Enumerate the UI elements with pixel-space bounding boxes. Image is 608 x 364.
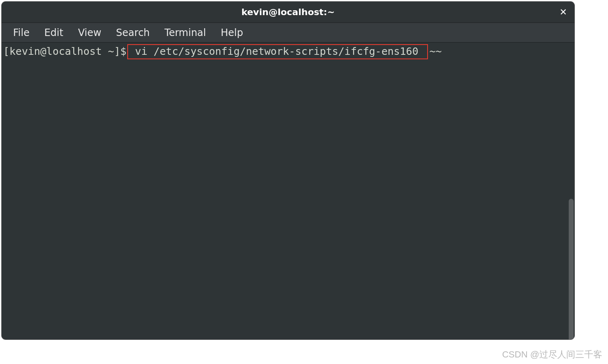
- trailing-tildes: ~~: [430, 45, 442, 58]
- menu-view[interactable]: View: [71, 25, 109, 41]
- terminal-window: kevin@localhost:~ ✕ File Edit View Searc…: [2, 2, 574, 339]
- menu-help[interactable]: Help: [214, 25, 251, 41]
- menu-edit[interactable]: Edit: [37, 25, 70, 41]
- terminal-body[interactable]: [kevin@localhost ~]$ vi /etc/sysconfig/n…: [2, 43, 574, 339]
- menubar: File Edit View Search Terminal Help: [2, 23, 574, 43]
- titlebar[interactable]: kevin@localhost:~ ✕: [2, 2, 574, 23]
- scrollbar-thumb[interactable]: [569, 199, 574, 339]
- watermark-text: CSDN @过尽人间三千客: [502, 348, 602, 361]
- menu-search[interactable]: Search: [109, 25, 157, 41]
- menu-terminal[interactable]: Terminal: [157, 25, 213, 41]
- menu-file[interactable]: File: [6, 25, 37, 41]
- terminal-line: [kevin@localhost ~]$ vi /etc/sysconfig/n…: [3, 44, 573, 59]
- window-title: kevin@localhost:~: [241, 7, 335, 17]
- command-text: vi /etc/sysconfig/network-scripts/ifcfg-…: [129, 45, 424, 57]
- shell-prompt: [kevin@localhost ~]$: [3, 45, 126, 58]
- close-icon[interactable]: ✕: [560, 8, 567, 17]
- command-highlight: vi /etc/sysconfig/network-scripts/ifcfg-…: [127, 44, 428, 59]
